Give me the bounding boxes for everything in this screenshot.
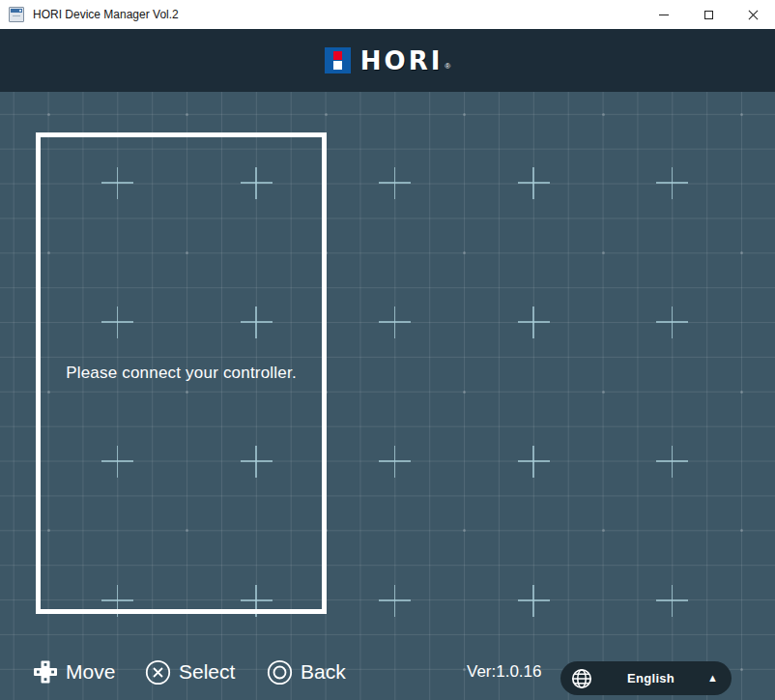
globe-icon [569,666,594,691]
app-window-icon [9,7,24,22]
hint-back: Back [267,655,346,689]
app-window: HORI Device Manager Vol.2 HORI ® Please … [0,0,775,700]
hint-back-label: Back [301,660,346,684]
maximize-icon [704,11,713,19]
connect-message: Please connect your controller. [66,364,297,383]
maximize-button[interactable] [686,0,731,29]
hint-select-label: Select [179,660,235,684]
hori-logo: HORI ® [325,46,450,75]
main-canvas: Please connect your controller. Move Sel… [0,92,775,700]
window-title: HORI Device Manager Vol.2 [33,8,179,21]
circle-button-icon [267,659,293,685]
window-controls [642,0,775,29]
language-selector[interactable]: English ▲ [560,661,732,695]
close-icon [748,10,759,20]
chevron-up-icon: ▲ [707,673,718,684]
language-selected: English [594,671,707,685]
hint-move: Move [33,655,115,689]
brand-header: HORI ® [0,29,775,92]
cross-button-icon [145,659,171,685]
hori-emblem-icon [325,47,351,73]
dpad-icon [33,659,58,685]
version-label: Ver:1.0.16 [467,655,542,689]
hori-wordmark: HORI [360,46,444,75]
title-bar: HORI Device Manager Vol.2 [0,0,775,29]
close-button[interactable] [731,0,775,29]
minimize-button[interactable] [642,0,686,29]
minimize-icon [659,15,669,15]
registered-trademark: ® [445,62,450,71]
controller-panel: Please connect your controller. [36,132,327,614]
hint-move-label: Move [66,660,115,684]
hint-select: Select [145,655,235,689]
